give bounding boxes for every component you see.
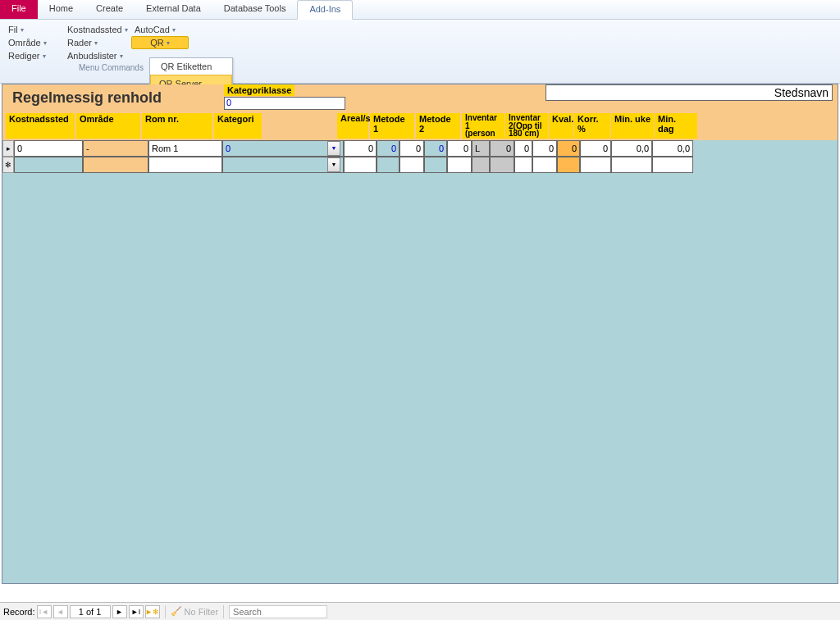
- row-selector-col: ▸ ✻: [2, 140, 14, 173]
- nav-first-button[interactable]: I◄: [37, 605, 52, 618]
- newcell-i1a[interactable]: [472, 157, 490, 173]
- cell-metode1b[interactable]: 0: [399, 140, 424, 157]
- nav-new-button[interactable]: ►✻: [145, 605, 160, 618]
- combo-dropdown-icon[interactable]: ▼: [327, 157, 340, 172]
- row-selector-new[interactable]: ✻: [2, 157, 14, 173]
- kategoriklasse-input[interactable]: 0: [224, 97, 345, 110]
- col-inv1: Inventar 1 (person: [462, 113, 504, 139]
- tab-file[interactable]: File: [0, 0, 38, 19]
- ribbon-omrade-label: Område: [8, 38, 41, 48]
- ribbon-kostnadssted[interactable]: Kostnadssted▾: [64, 23, 130, 36]
- ribbon-fil-label: Fil: [8, 25, 18, 34]
- newcell-omrade[interactable]: [83, 157, 148, 173]
- combo-dropdown-icon[interactable]: ▼: [327, 141, 340, 156]
- ribbon-kostnadssted-label: Kostnadssted: [67, 25, 122, 34]
- cell-korr[interactable]: 0: [580, 140, 611, 157]
- tab-create[interactable]: Create: [84, 0, 135, 19]
- newcell-i2a[interactable]: [514, 157, 532, 173]
- record-label: Record:: [3, 607, 35, 617]
- newcell-m1a[interactable]: [377, 157, 399, 173]
- cell-inv1b[interactable]: 0: [490, 140, 514, 157]
- newcell-areal[interactable]: [344, 157, 377, 173]
- col-romnr: Rom nr.: [142, 113, 212, 139]
- ribbon-anbudslister-label: Anbudslister: [67, 51, 117, 61]
- ribbon-tabs: File Home Create External Data Database …: [0, 0, 840, 20]
- ribbon-rediger[interactable]: Rediger▾: [5, 49, 62, 62]
- cell-inv2b[interactable]: 0: [532, 140, 557, 157]
- ribbon-autocad[interactable]: AutoCad▾: [131, 23, 189, 36]
- tab-add-ins[interactable]: Add-Ins: [297, 0, 353, 20]
- caret-icon: ▾: [21, 26, 24, 34]
- tab-database-tools[interactable]: Database Tools: [212, 0, 298, 19]
- grid-area: ▸ ✻ 0 - Rom 1 0▼ 0 0 0 0 0 L 0 0 0 0 0 0…: [2, 140, 838, 583]
- ribbon-anbudslister[interactable]: Anbudslister▾: [64, 49, 130, 62]
- newcell-m2a[interactable]: [424, 157, 447, 173]
- column-headers: Kostnadssted Område Rom nr. Kategori Are…: [6, 113, 834, 139]
- ribbon-qr[interactable]: QR▾: [131, 36, 189, 49]
- cell-kategori[interactable]: 0▼: [222, 140, 344, 157]
- ribbon-rader[interactable]: Rader▾: [64, 36, 130, 49]
- cell-romnr[interactable]: Rom 1: [148, 140, 222, 157]
- newcell-i1b[interactable]: [490, 157, 514, 173]
- ribbon-fil[interactable]: Fil▾: [5, 23, 62, 36]
- newcell-kval[interactable]: [557, 157, 580, 173]
- caret-icon: ▾: [120, 52, 123, 60]
- newcell-i2b[interactable]: [532, 157, 557, 173]
- newcell-romnr[interactable]: [148, 157, 222, 173]
- cell-inv1a[interactable]: L: [472, 140, 490, 157]
- ribbon-rader-label: Rader: [67, 38, 92, 48]
- cell-metode2b[interactable]: 0: [447, 140, 472, 157]
- form-wrap: Regelmessig renhold Kategoriklasse 0 Kos…: [2, 84, 838, 584]
- col-inv2: Inventar 2(Opp til 180 cm): [505, 113, 548, 139]
- caret-icon: ▾: [43, 52, 46, 60]
- ribbon-omrade[interactable]: Område▾: [5, 36, 62, 49]
- col-korr: Korr. %: [574, 113, 610, 139]
- cell-areal[interactable]: 0: [344, 140, 377, 157]
- ribbon-body: Fil▾ Kostnadssted▾ AutoCad▾ Område▾ Rade…: [0, 20, 840, 84]
- record-navigator: Record: I◄ ◄ ► ►I ►✻ 🧹No Filter: [0, 602, 840, 620]
- newcell-kategori[interactable]: ▼: [222, 157, 344, 173]
- newcell-mindag[interactable]: [652, 157, 693, 173]
- ribbon-qr-label: QR: [150, 38, 164, 48]
- row-selector-current[interactable]: ▸: [2, 140, 14, 157]
- newcell-korr[interactable]: [580, 157, 611, 173]
- search-input[interactable]: [229, 605, 327, 618]
- col-areal: Areal/stk.: [337, 113, 368, 139]
- cell-mindag[interactable]: 0,0: [652, 140, 693, 157]
- caret-icon: ▾: [43, 39, 47, 47]
- qr-etiketten-item[interactable]: QR Etiketten: [150, 58, 232, 75]
- no-filter-text: No Filter: [185, 607, 219, 617]
- caret-icon: ▾: [94, 39, 98, 47]
- data-row-new: ▼: [14, 157, 838, 173]
- kategoriklasse-label: Kategoriklasse: [224, 84, 294, 96]
- cell-kostnadssted[interactable]: 0: [14, 140, 83, 157]
- tab-home[interactable]: Home: [38, 0, 84, 19]
- no-filter-label[interactable]: 🧹No Filter: [171, 606, 219, 617]
- cell-metode1a[interactable]: 0: [377, 140, 399, 157]
- stedsnavn-input[interactable]: [546, 84, 833, 101]
- newcell-m1b[interactable]: [399, 157, 424, 173]
- caret-icon: ▾: [172, 26, 176, 34]
- ribbon-autocad-label: AutoCad: [135, 25, 170, 34]
- form-header: Regelmessig renhold Kategoriklasse 0 Kos…: [2, 84, 838, 140]
- cell-inv2a[interactable]: 0: [514, 140, 532, 157]
- nav-last-button[interactable]: ►I: [129, 605, 144, 618]
- filter-icon: 🧹: [171, 606, 182, 617]
- cell-kval[interactable]: 0: [557, 140, 580, 157]
- col-kostnadssted: Kostnadssted: [6, 113, 75, 139]
- nav-prev-button[interactable]: ◄: [53, 605, 68, 618]
- col-mindag: Min. dag: [655, 113, 697, 139]
- newcell-m2b[interactable]: [447, 157, 472, 173]
- col-kval: Kval.: [549, 113, 573, 139]
- cell-omrade[interactable]: -: [83, 140, 148, 157]
- nav-separator: [223, 605, 224, 618]
- newcell-minuke[interactable]: [611, 157, 652, 173]
- cell-minuke[interactable]: 0,0: [611, 140, 652, 157]
- newcell-kostnadssted[interactable]: [14, 157, 83, 173]
- tab-external-data[interactable]: External Data: [135, 0, 212, 19]
- nav-separator: [165, 605, 166, 618]
- nav-next-button[interactable]: ►: [112, 605, 127, 618]
- record-position-input[interactable]: [70, 605, 111, 618]
- cell-metode2a[interactable]: 0: [424, 140, 447, 157]
- caret-icon: ▾: [125, 26, 128, 34]
